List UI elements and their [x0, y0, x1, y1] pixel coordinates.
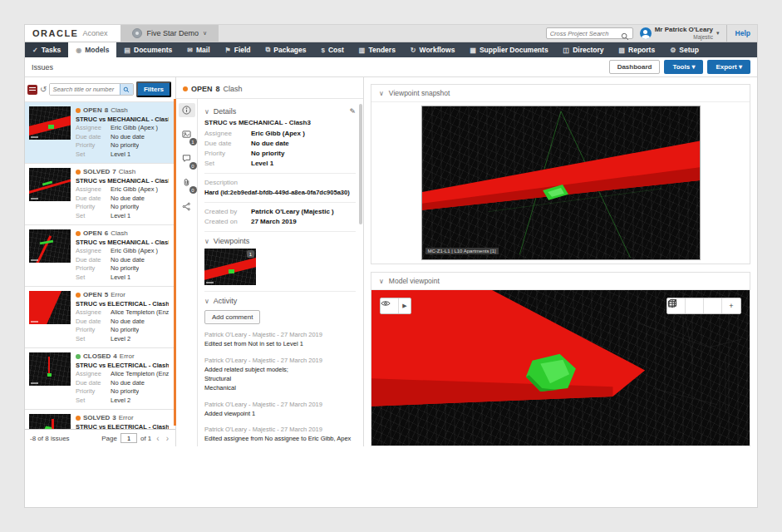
project-selector[interactable]: Five Star Demo ∨ — [120, 25, 219, 42]
search-icon[interactable] — [621, 29, 629, 37]
user-name: Mr Patrick O'Leary — [655, 26, 713, 33]
section-button[interactable] — [686, 298, 704, 313]
issue-card[interactable]: OPEN 8 Clash STRUC vs MECHANICAL - Clash… — [25, 102, 175, 164]
tools-button[interactable]: Tools ▾ — [664, 60, 703, 74]
issue-due-date: No due date — [111, 318, 145, 327]
nav-tab-label: Tenders — [368, 46, 395, 54]
content-area: ↺ Filters — [25, 77, 757, 446]
issue-assignee: Eric Gibb (Apex ) — [111, 185, 158, 195]
nav-tab[interactable]: ⚙ Setup — [662, 42, 706, 57]
issue-status: CLOSED — [83, 352, 111, 360]
field-label: Assignee — [76, 308, 111, 318]
detail-scrollbar[interactable] — [359, 104, 362, 224]
activity-meta: Patrick O'Leary - Majestic - 27 March 20… — [204, 426, 356, 433]
issues-search[interactable] — [49, 83, 134, 96]
issue-card[interactable]: CLOSED 4 Error STRUC vs ELECTRICAL - Cla… — [25, 348, 175, 410]
issues-search-input[interactable] — [50, 84, 120, 95]
user-menu[interactable]: Mr Patrick O'Leary Majestic ▾ — [640, 27, 720, 40]
issues-search-button[interactable] — [120, 84, 133, 95]
nav-tab-label: Mail — [196, 46, 210, 54]
nav-tab[interactable]: $ Cost — [314, 42, 352, 57]
nav-tab-label: Field — [234, 46, 251, 54]
nav-tab[interactable]: ⧉ Packages — [258, 42, 314, 57]
related-models-tab[interactable] — [179, 200, 195, 214]
previous-page-icon[interactable]: ‹ — [155, 434, 160, 443]
nav-tab[interactable]: ▨ Reports — [612, 42, 663, 57]
nav-tab[interactable]: ▥ Tenders — [352, 42, 403, 57]
nav-tab[interactable]: ✓ Tasks — [25, 42, 68, 57]
edit-icon[interactable]: ✎ — [349, 107, 356, 116]
cross-project-search[interactable] — [546, 27, 633, 39]
expand-toolbar-button[interactable]: ▶ — [399, 298, 411, 313]
status-dot — [76, 231, 81, 236]
export-button[interactable]: Export ▾ — [707, 60, 750, 74]
issue-status: OPEN — [83, 229, 102, 237]
issues-list: OPEN 8 Clash STRUC vs MECHANICAL - Clash… — [25, 101, 175, 429]
cross-project-search-input[interactable] — [550, 30, 621, 37]
page-number-input[interactable] — [120, 433, 137, 443]
model-viewport[interactable]: ▶ + — [371, 290, 750, 446]
nav-tab[interactable]: ▤ Documents — [116, 42, 180, 57]
field-label: Assignee — [76, 124, 111, 133]
issue-priority: No priority — [111, 326, 139, 335]
nav-tab-label: Reports — [628, 46, 655, 54]
user-org: Majestic — [655, 34, 713, 40]
field-label: Set — [76, 273, 111, 283]
issue-detail-header: OPEN 8 Clash — [176, 77, 363, 98]
details-section-header[interactable]: ∨ Details ✎ — [204, 107, 356, 116]
issues-panel-toggle-icon[interactable] — [27, 85, 37, 95]
issue-card[interactable]: OPEN 6 Clash STRUC vs MECHANICAL - Clash… — [25, 225, 175, 287]
help-link[interactable]: Help — [726, 25, 750, 42]
nav-tab[interactable]: ◫ Directory — [556, 42, 612, 57]
field-label: Priority — [76, 141, 111, 150]
visibility-button[interactable] — [381, 298, 399, 313]
issue-card[interactable]: SOLVED 3 Error STRUC vs ELECTRICAL - Cla… — [25, 410, 175, 429]
field-label: Due date — [76, 379, 111, 388]
nav-tab-icon: ◫ — [563, 47, 570, 54]
nav-tab[interactable]: ↻ Workflows — [403, 42, 463, 57]
activity-entry: Patrick O'Leary - Majestic - 27 March 20… — [204, 426, 356, 444]
attachments-tab[interactable]: 0 — [179, 175, 195, 190]
issue-card[interactable]: OPEN 5 Error STRUC vs ELECTRICAL - Clash… — [25, 287, 175, 348]
issue-type: Clash — [119, 168, 135, 175]
viewpoints-tab[interactable]: 1 — [179, 127, 195, 141]
filters-button[interactable]: Filters — [136, 81, 171, 97]
issue-number: 3 — [112, 414, 116, 421]
nav-tab[interactable]: ✉ Mail — [180, 42, 217, 57]
viewpoints-section-header[interactable]: ∨ Viewpoints — [204, 237, 356, 245]
model-viewpoint-header[interactable]: ∨ Model viewpoint — [371, 273, 750, 290]
activity-text: Edited set from Not in set to Level 1 — [204, 340, 356, 349]
field-label: Due date — [76, 256, 111, 265]
issue-priority: No priority — [111, 264, 139, 273]
next-page-icon[interactable]: › — [165, 434, 170, 443]
comments-tab[interactable]: 0 — [179, 151, 195, 165]
add-comment-button[interactable]: Add comment — [204, 310, 260, 324]
fit-view-button[interactable] — [704, 298, 722, 313]
info-tab[interactable] — [179, 103, 195, 117]
nav-tab[interactable]: ⚑ Field — [218, 42, 258, 57]
clash-beam-graphic — [36, 235, 52, 263]
viewpoint-snapshot-header[interactable]: ∨ Viewpoint snapshot — [371, 85, 750, 102]
nav-tab-icon: ▨ — [619, 47, 626, 54]
activity-meta: Patrick O'Leary - Majestic - 27 March 20… — [204, 401, 356, 408]
dashboard-button[interactable]: Dashboard — [609, 60, 661, 74]
nav-tab-icon: $ — [322, 47, 325, 54]
zoom-in-button[interactable]: + — [722, 298, 740, 313]
page-toolbar: Issues Dashboard Tools ▾ Export ▾ — [25, 57, 757, 77]
issues-list-scrollbar[interactable] — [174, 99, 176, 426]
issue-card[interactable]: SOLVED 7 Clash STRUC vs MECHANICAL - Cla… — [25, 164, 175, 225]
chevron-down-icon: ∨ — [204, 108, 209, 116]
issue-set: Level 1 — [111, 273, 130, 283]
nav-tab[interactable]: ◉ Models — [68, 42, 116, 57]
chevron-down-icon: ∨ — [379, 278, 384, 285]
issue-assignee: Alice Templeton (Enzic... — [111, 370, 169, 379]
activity-section-header[interactable]: ∨ Activity — [204, 297, 356, 305]
refresh-icon[interactable]: ↺ — [40, 86, 47, 94]
nav-tab[interactable]: ▦ Supplier Documents — [462, 42, 555, 57]
viewpoint-snapshot-label: Viewpoint snapshot — [389, 89, 450, 97]
issue-assignee: Eric Gibb (Apex ) — [111, 124, 158, 133]
model-reference-tag: MC-Z1-L1 | L10 Apartments [1] — [425, 248, 499, 254]
issue-status: OPEN — [83, 106, 102, 114]
chevron-down-icon: ∨ — [204, 298, 209, 305]
viewpoint-thumbnail[interactable]: 1 — [204, 249, 256, 285]
